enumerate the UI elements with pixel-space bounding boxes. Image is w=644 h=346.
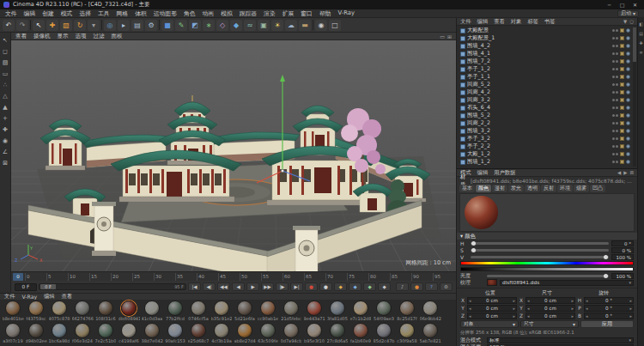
mode-tool-icon[interactable]: ↖ — [1, 35, 10, 45]
toolbar-icon[interactable] — [101, 20, 102, 30]
texture-tag-icon[interactable] — [620, 44, 624, 48]
viewport-layout-icon[interactable]: ⊞ — [447, 33, 452, 39]
toolbar-icon[interactable]: □ — [329, 20, 341, 31]
texture-tag-icon[interactable] — [620, 82, 624, 87]
channel-tab[interactable]: 凹凸 — [590, 185, 605, 192]
visibility-toggles[interactable] — [612, 99, 618, 101]
texture-tag-icon[interactable] — [620, 75, 624, 79]
toolbar-icon[interactable]: ▬ — [299, 20, 311, 31]
object-manager-menu-item[interactable]: 书签 — [544, 18, 556, 26]
toolbar-icon[interactable] — [159, 20, 160, 30]
phong-tag-icon[interactable] — [626, 28, 630, 33]
channel-tab[interactable]: 漫射 — [492, 185, 507, 192]
toolbar-icon[interactable] — [313, 20, 313, 30]
menu-item[interactable]: 创建 — [42, 9, 54, 18]
toolbar-icon[interactable]: ◇ — [216, 20, 228, 31]
material-thumbnail[interactable]: 54f09ae3 — [373, 300, 395, 323]
coordinates-header-label[interactable]: 旋转 — [575, 289, 632, 297]
slider-knob[interactable] — [471, 248, 476, 252]
menu-item[interactable]: 窗口 — [301, 9, 313, 18]
visibility-toggles[interactable] — [612, 130, 618, 132]
toolbar-icon[interactable]: ▸ — [118, 20, 130, 31]
object-row[interactable]: 大殿_1_2 — [457, 150, 637, 158]
transport-option-icon[interactable]: ● — [410, 282, 423, 291]
object-row[interactable]: 亭子_3_2 — [457, 135, 637, 143]
channel-tab[interactable]: 发光 — [508, 185, 524, 192]
visibility-toggles[interactable] — [612, 106, 618, 109]
phong-tag-icon[interactable] — [626, 160, 630, 164]
mode-tool-icon[interactable]: ∠ — [1, 147, 10, 156]
material-thumbnail[interactable]: 8c25d17f — [396, 300, 418, 323]
object-list-scrollbar[interactable] — [633, 27, 636, 167]
rotation-input[interactable]: ◂0 °▸ — [584, 305, 634, 312]
attribute-menu-item[interactable]: 用户数据 — [494, 169, 515, 177]
texture-tag-icon[interactable] — [620, 106, 624, 110]
window-control-button[interactable]: ─ — [604, 1, 615, 9]
menu-item[interactable]: 运动图形 — [154, 9, 177, 18]
menu-item[interactable]: V-Ray — [337, 9, 354, 18]
material-thumbnail[interactable]: 4075c878 — [48, 300, 70, 323]
material-thumbnail[interactable]: 38d7e042 — [141, 323, 163, 345]
material-thumbnail[interactable]: fa1b60e9 — [349, 323, 372, 345]
texture-tag-icon[interactable] — [620, 98, 624, 102]
toolbar-icon[interactable]: ✎ — [175, 20, 187, 31]
phong-tag-icon[interactable] — [626, 59, 630, 64]
transport-button[interactable]: ◆ — [378, 282, 391, 291]
toolbar-icon[interactable]: ◎ — [104, 20, 116, 31]
object-row[interactable]: 回廊_4_2 — [457, 88, 637, 96]
transport-button[interactable]: ◀ — [232, 282, 245, 291]
toolbar-icon[interactable]: ≈ — [244, 20, 256, 31]
dock-tab-icon[interactable]: ▤ — [639, 31, 643, 36]
object-row[interactable]: 回廊_3_2 — [457, 96, 637, 104]
frame-slider-handle[interactable]: 0 F — [40, 284, 56, 289]
toolbar-icon[interactable]: ◩ — [189, 20, 201, 31]
dock-tab-icon[interactable]: ≡ — [639, 50, 642, 55]
visibility-toggles[interactable] — [612, 83, 618, 86]
object-row[interactable]: 亭子_2_2 — [457, 143, 637, 150]
material-thumbnail[interactable]: 77b2ffcd — [164, 300, 186, 323]
phong-tag-icon[interactable] — [626, 106, 630, 110]
material-thumbnail[interactable]: 5d21e6fa — [234, 300, 256, 323]
material-thumbnail[interactable]: 5ab7e821 — [419, 323, 441, 345]
viewport-menu-item[interactable]: 过滤 — [94, 33, 105, 40]
transport-option-icon[interactable]: ? — [425, 282, 438, 291]
material-thumbnail[interactable]: 0746cf5a — [187, 300, 210, 323]
visibility-toggles[interactable] — [612, 114, 618, 117]
transport-button[interactable]: ◆ — [349, 282, 361, 291]
slider-knob[interactable] — [471, 241, 476, 246]
timeline-playhead[interactable]: 0 — [13, 273, 23, 281]
menu-item[interactable]: 选择 — [79, 9, 91, 18]
size-input[interactable]: ◂0 cm▸ — [526, 297, 575, 304]
visibility-toggles[interactable] — [612, 153, 618, 155]
toolbar-icon[interactable]: ↻ — [74, 20, 86, 31]
object-row[interactable]: 围墙_4_1 — [457, 50, 637, 58]
toolbar-icon[interactable]: ↶ — [3, 20, 15, 31]
visibility-toggles[interactable] — [612, 91, 618, 94]
transport-button[interactable]: ▶▶ — [261, 282, 274, 291]
material-thumbnail[interactable]: e7c1b2d8 — [349, 300, 372, 323]
phong-tag-icon[interactable] — [626, 82, 630, 87]
brightness-knob[interactable] — [604, 274, 608, 278]
apply-button[interactable]: 应用 — [580, 320, 634, 328]
object-row[interactable]: 大殿配景_1 — [457, 34, 637, 42]
toolbar-icon[interactable]: ✚ — [46, 20, 58, 31]
texture-tag-icon[interactable] — [620, 160, 624, 164]
material-thumbnail[interactable]: d94b02ee — [25, 323, 47, 345]
object-manager-menu-item[interactable]: 编辑 — [477, 18, 489, 26]
toolbar-icon[interactable]: ▣ — [258, 20, 270, 31]
menu-item[interactable]: 渲染 — [264, 9, 276, 18]
mode-tool-icon[interactable]: + — [1, 113, 10, 123]
object-manager-menu-item[interactable]: 对象 — [511, 18, 522, 26]
object-row[interactable]: 围墙_3_2 — [457, 127, 637, 135]
material-thumbnail[interactable]: 9e443a71 — [303, 300, 325, 323]
phong-tag-icon[interactable] — [626, 113, 630, 118]
material-thumbnail[interactable]: 90afc153 — [164, 323, 186, 345]
material-thumbnail[interactable]: 63c509fe — [257, 323, 279, 345]
visibility-toggles[interactable] — [612, 145, 618, 148]
texture-tag-icon[interactable] — [620, 90, 624, 94]
menu-item[interactable]: 体积 — [135, 9, 147, 18]
transport-option-icon[interactable]: ♪ — [396, 282, 409, 291]
window-control-button[interactable]: ✕ — [629, 1, 641, 9]
toolbar-icon[interactable]: ◉ — [315, 20, 327, 31]
visibility-toggles[interactable] — [612, 161, 618, 163]
